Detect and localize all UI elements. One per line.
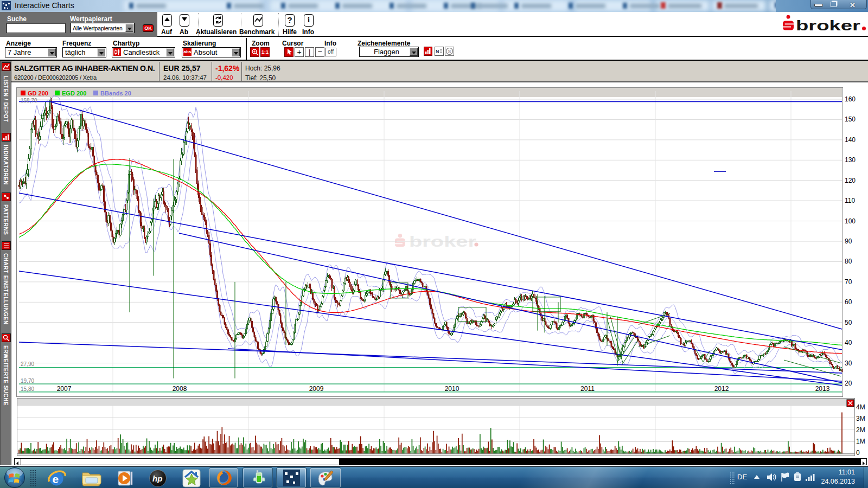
svg-text:2012: 2012	[714, 385, 729, 393]
svg-text:19,70: 19,70	[21, 378, 34, 384]
svg-text:BBands 20: BBands 20	[100, 90, 131, 97]
svg-text:2011: 2011	[580, 385, 595, 393]
svg-text:2010: 2010	[445, 385, 459, 393]
svg-text:2013: 2013	[815, 385, 830, 393]
svg-text:GD 200: GD 200	[28, 90, 48, 97]
svg-text:158,70: 158,70	[21, 98, 37, 104]
svg-text:2008: 2008	[173, 385, 187, 393]
svg-text:e: e	[53, 473, 59, 485]
svg-text:27,90: 27,90	[21, 361, 34, 367]
svg-text:N: N	[436, 49, 439, 54]
svg-text:EGD 200: EGD 200	[62, 90, 86, 97]
svg-text:2009: 2009	[309, 385, 324, 393]
svg-text:broker: broker	[796, 17, 860, 34]
svg-text:hp: hp	[152, 474, 162, 483]
svg-text:S: S	[448, 49, 451, 54]
svg-text:2007: 2007	[57, 385, 72, 393]
svg-text:15,80: 15,80	[21, 386, 34, 392]
